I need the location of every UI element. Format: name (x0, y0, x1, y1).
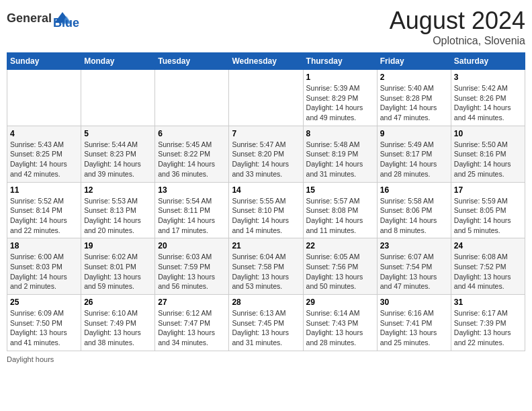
weekday-header-tuesday: Tuesday (155, 53, 229, 70)
footer: Daylight hours (7, 355, 525, 363)
calendar-cell: 25Sunrise: 6:09 AM Sunset: 7:50 PM Dayli… (7, 295, 81, 351)
day-info: Sunrise: 5:48 AM Sunset: 8:19 PM Dayligh… (306, 140, 374, 179)
day-number: 1 (306, 73, 374, 82)
day-number: 23 (380, 241, 448, 250)
calendar-cell: 1Sunrise: 5:39 AM Sunset: 8:29 PM Daylig… (303, 70, 377, 126)
calendar-cell: 26Sunrise: 6:10 AM Sunset: 7:49 PM Dayli… (81, 295, 155, 351)
day-info: Sunrise: 5:39 AM Sunset: 8:29 PM Dayligh… (306, 83, 374, 123)
logo-general-text: General (7, 11, 52, 26)
calendar-cell: 8Sunrise: 5:48 AM Sunset: 8:19 PM Daylig… (303, 126, 377, 182)
day-number: 14 (232, 185, 300, 195)
calendar-cell: 10Sunrise: 5:50 AM Sunset: 8:16 PM Dayli… (451, 126, 525, 182)
day-info: Sunrise: 5:47 AM Sunset: 8:20 PM Dayligh… (232, 140, 300, 179)
calendar-cell: 21Sunrise: 6:04 AM Sunset: 7:58 PM Dayli… (229, 238, 303, 295)
calendar-cell: 15Sunrise: 5:57 AM Sunset: 8:08 PM Dayli… (303, 182, 377, 238)
calendar-week-row: 1Sunrise: 5:39 AM Sunset: 8:29 PM Daylig… (7, 70, 525, 126)
day-info: Sunrise: 5:44 AM Sunset: 8:23 PM Dayligh… (84, 140, 152, 179)
calendar-cell: 7Sunrise: 5:47 AM Sunset: 8:20 PM Daylig… (229, 126, 303, 182)
day-number: 20 (158, 241, 226, 250)
day-number: 24 (454, 241, 522, 250)
day-info: Sunrise: 5:45 AM Sunset: 8:22 PM Dayligh… (158, 140, 226, 179)
calendar-cell (7, 70, 81, 126)
day-info: Sunrise: 6:13 AM Sunset: 7:45 PM Dayligh… (232, 308, 300, 348)
calendar-cell: 14Sunrise: 5:55 AM Sunset: 8:10 PM Dayli… (229, 182, 303, 238)
day-number: 13 (158, 185, 226, 195)
calendar-week-row: 4Sunrise: 5:43 AM Sunset: 8:25 PM Daylig… (7, 126, 525, 182)
calendar-cell (81, 70, 155, 126)
day-info: Sunrise: 5:55 AM Sunset: 8:10 PM Dayligh… (232, 196, 300, 236)
day-number: 29 (306, 298, 374, 307)
calendar-cell (229, 70, 303, 126)
day-number: 12 (84, 185, 152, 195)
day-info: Sunrise: 5:52 AM Sunset: 8:14 PM Dayligh… (10, 196, 78, 236)
calendar-cell: 11Sunrise: 5:52 AM Sunset: 8:14 PM Dayli… (7, 182, 81, 238)
day-number: 27 (158, 298, 226, 307)
day-number: 3 (454, 73, 522, 82)
day-number: 2 (380, 73, 448, 82)
weekday-header-sunday: Sunday (7, 53, 81, 70)
calendar-cell: 27Sunrise: 6:12 AM Sunset: 7:47 PM Dayli… (155, 295, 229, 351)
day-info: Sunrise: 5:53 AM Sunset: 8:13 PM Dayligh… (84, 196, 152, 236)
weekday-header-friday: Friday (377, 53, 451, 70)
page-subtitle: Oplotnica, Slovenia (390, 35, 525, 47)
calendar-cell: 13Sunrise: 5:54 AM Sunset: 8:11 PM Dayli… (155, 182, 229, 238)
day-number: 8 (306, 129, 374, 138)
calendar-cell: 28Sunrise: 6:13 AM Sunset: 7:45 PM Dayli… (229, 295, 303, 351)
calendar-cell: 22Sunrise: 6:05 AM Sunset: 7:56 PM Dayli… (303, 238, 377, 295)
calendar-cell: 9Sunrise: 5:49 AM Sunset: 8:17 PM Daylig… (377, 126, 451, 182)
day-info: Sunrise: 6:09 AM Sunset: 7:50 PM Dayligh… (10, 308, 78, 348)
calendar-table: SundayMondayTuesdayWednesdayThursdayFrid… (7, 52, 525, 351)
day-info: Sunrise: 6:03 AM Sunset: 7:59 PM Dayligh… (158, 252, 226, 291)
logo: General Blue (7, 7, 79, 30)
calendar-cell: 18Sunrise: 6:00 AM Sunset: 8:03 PM Dayli… (7, 238, 81, 295)
weekday-header-monday: Monday (81, 53, 155, 70)
day-info: Sunrise: 6:00 AM Sunset: 8:03 PM Dayligh… (10, 252, 78, 291)
day-number: 30 (380, 298, 448, 307)
day-number: 17 (454, 185, 522, 195)
day-info: Sunrise: 6:10 AM Sunset: 7:49 PM Dayligh… (84, 308, 152, 348)
weekday-header-saturday: Saturday (451, 53, 525, 70)
day-number: 28 (232, 298, 300, 307)
page-title: August 2024 (390, 7, 525, 35)
page-header: General Blue August 2024 Oplotnica, Slov… (7, 7, 525, 47)
day-number: 21 (232, 241, 300, 250)
calendar-cell: 12Sunrise: 5:53 AM Sunset: 8:13 PM Dayli… (81, 182, 155, 238)
day-info: Sunrise: 6:17 AM Sunset: 7:39 PM Dayligh… (454, 308, 522, 348)
day-info: Sunrise: 6:14 AM Sunset: 7:43 PM Dayligh… (306, 308, 374, 348)
calendar-cell: 5Sunrise: 5:44 AM Sunset: 8:23 PM Daylig… (81, 126, 155, 182)
day-number: 25 (10, 298, 78, 307)
daylight-label: Daylight hours (7, 355, 54, 363)
calendar-cell: 20Sunrise: 6:03 AM Sunset: 7:59 PM Dayli… (155, 238, 229, 295)
day-number: 22 (306, 241, 374, 250)
calendar-cell: 6Sunrise: 5:45 AM Sunset: 8:22 PM Daylig… (155, 126, 229, 182)
calendar-cell: 23Sunrise: 6:07 AM Sunset: 7:54 PM Dayli… (377, 238, 451, 295)
calendar-cell: 3Sunrise: 5:42 AM Sunset: 8:26 PM Daylig… (451, 70, 525, 126)
day-info: Sunrise: 5:49 AM Sunset: 8:17 PM Dayligh… (380, 140, 448, 179)
day-number: 10 (454, 129, 522, 138)
day-info: Sunrise: 5:59 AM Sunset: 8:05 PM Dayligh… (454, 196, 522, 236)
calendar-cell: 19Sunrise: 6:02 AM Sunset: 8:01 PM Dayli… (81, 238, 155, 295)
day-info: Sunrise: 5:43 AM Sunset: 8:25 PM Dayligh… (10, 140, 78, 179)
day-number: 18 (10, 241, 78, 250)
day-number: 4 (10, 129, 78, 138)
calendar-cell (155, 70, 229, 126)
day-number: 5 (84, 129, 152, 138)
day-number: 31 (454, 298, 522, 307)
day-info: Sunrise: 6:04 AM Sunset: 7:58 PM Dayligh… (232, 252, 300, 291)
calendar-cell: 2Sunrise: 5:40 AM Sunset: 8:28 PM Daylig… (377, 70, 451, 126)
calendar-week-row: 11Sunrise: 5:52 AM Sunset: 8:14 PM Dayli… (7, 182, 525, 238)
day-number: 9 (380, 129, 448, 138)
calendar-cell: 17Sunrise: 5:59 AM Sunset: 8:05 PM Dayli… (451, 182, 525, 238)
day-number: 15 (306, 185, 374, 195)
day-info: Sunrise: 6:16 AM Sunset: 7:41 PM Dayligh… (380, 308, 448, 348)
day-info: Sunrise: 6:05 AM Sunset: 7:56 PM Dayligh… (306, 252, 374, 291)
calendar-header-row: SundayMondayTuesdayWednesdayThursdayFrid… (7, 53, 525, 70)
calendar-cell: 4Sunrise: 5:43 AM Sunset: 8:25 PM Daylig… (7, 126, 81, 182)
calendar-cell: 16Sunrise: 5:58 AM Sunset: 8:06 PM Dayli… (377, 182, 451, 238)
day-number: 11 (10, 185, 78, 195)
day-info: Sunrise: 6:12 AM Sunset: 7:47 PM Dayligh… (158, 308, 226, 348)
day-number: 26 (84, 298, 152, 307)
day-info: Sunrise: 5:57 AM Sunset: 8:08 PM Dayligh… (306, 196, 374, 236)
weekday-header-thursday: Thursday (303, 53, 377, 70)
calendar-week-row: 18Sunrise: 6:00 AM Sunset: 8:03 PM Dayli… (7, 238, 525, 295)
